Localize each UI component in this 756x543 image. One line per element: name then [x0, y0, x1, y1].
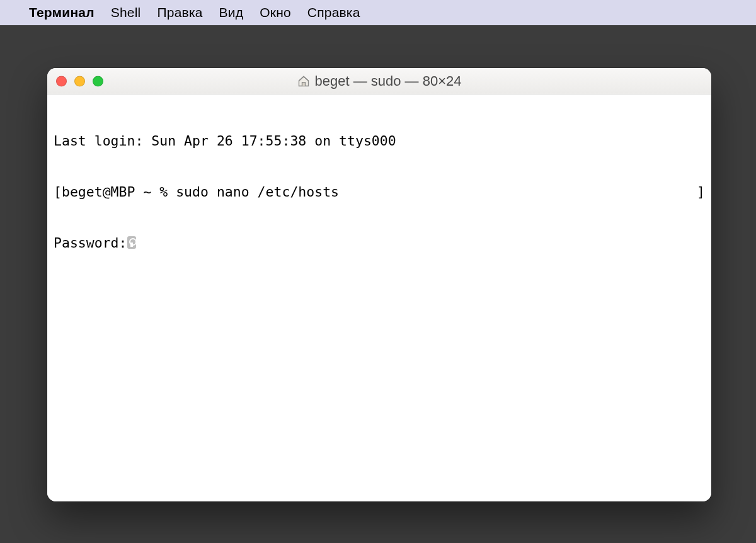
- traffic-lights: [56, 76, 103, 86]
- window-title: beget — sudo — 80×24: [297, 73, 462, 89]
- terminal-line-prompt: [beget@MBP ~ % sudo nano /etc/hosts]: [54, 183, 705, 200]
- password-key-icon: [127, 236, 136, 249]
- terminal-window: beget — sudo — 80×24 Last login: Sun Apr…: [47, 68, 711, 501]
- terminal-line-password: Password:: [54, 234, 705, 251]
- window-close-button[interactable]: [56, 76, 67, 86]
- menu-help[interactable]: Справка: [307, 5, 360, 20]
- home-folder-icon: [297, 75, 310, 88]
- window-title-text: beget — sudo — 80×24: [315, 73, 462, 89]
- menu-window[interactable]: Окно: [260, 5, 291, 20]
- prompt-right: ]: [697, 183, 705, 200]
- menu-edit[interactable]: Правка: [157, 5, 202, 20]
- app-name-menu[interactable]: Терминал: [29, 5, 94, 20]
- menu-view[interactable]: Вид: [219, 5, 244, 20]
- terminal-content[interactable]: Last login: Sun Apr 26 17:55:38 on ttys0…: [47, 94, 711, 501]
- window-minimize-button[interactable]: [74, 76, 85, 86]
- window-maximize-button[interactable]: [93, 76, 103, 86]
- macos-menubar: Терминал Shell Правка Вид Окно Справка: [0, 0, 756, 25]
- window-titlebar[interactable]: beget — sudo — 80×24: [47, 68, 711, 94]
- prompt-left: [beget@MBP ~ % sudo nano /etc/hosts: [54, 183, 339, 200]
- password-label: Password:: [54, 235, 127, 251]
- menu-shell[interactable]: Shell: [111, 5, 141, 20]
- terminal-line-last-login: Last login: Sun Apr 26 17:55:38 on ttys0…: [54, 132, 705, 149]
